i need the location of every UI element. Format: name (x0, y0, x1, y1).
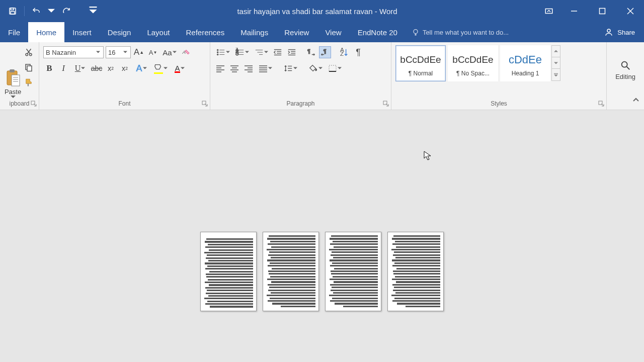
cut-button[interactable] (23, 46, 35, 58)
font-dialog-launcher[interactable] (202, 101, 209, 108)
tab-design[interactable]: Design (100, 22, 139, 42)
superscript-button[interactable]: x2 (119, 62, 131, 74)
text-effects-button[interactable]: A (133, 62, 150, 74)
show-marks-button[interactable]: ¶ (352, 46, 364, 58)
numbering-button[interactable]: 123 (233, 46, 251, 58)
font-size-combo[interactable]: 16 (106, 46, 131, 58)
qat-customize[interactable] (88, 4, 98, 18)
share-label: Share (617, 29, 635, 36)
styles-dialog-launcher[interactable] (598, 101, 605, 108)
italic-button[interactable]: I (57, 62, 69, 74)
tab-home[interactable]: Home (28, 22, 64, 42)
mouse-cursor-icon (424, 151, 432, 161)
undo-dropdown[interactable] (48, 4, 55, 18)
close-button[interactable] (619, 4, 642, 18)
svg-point-9 (414, 30, 418, 34)
tab-references[interactable]: References (178, 22, 232, 42)
tab-layout[interactable]: Layout (139, 22, 178, 42)
borders-button[interactable] (326, 62, 343, 74)
find-button[interactable] (620, 60, 631, 71)
clipboard-dialog-launcher[interactable] (31, 101, 38, 108)
strike-button[interactable]: abc (91, 62, 103, 74)
subscript-button[interactable]: x2 (105, 62, 117, 74)
align-right-button[interactable] (243, 62, 255, 74)
line-spacing-button[interactable] (282, 62, 299, 74)
svg-rect-3 (90, 7, 97, 8)
tell-me[interactable]: Tell me what you want to do... (406, 22, 515, 42)
group-styles: bCcDdEe ¶ Normal bCcDdEe ¶ No Spac... cD… (391, 42, 607, 110)
share-button[interactable]: Share (595, 22, 644, 42)
svg-rect-15 (12, 75, 20, 86)
page-2[interactable] (263, 232, 319, 311)
svg-point-31 (217, 52, 218, 53)
paste-button[interactable]: Paste (4, 44, 22, 99)
bullets-button[interactable] (214, 46, 231, 58)
sort-button[interactable]: AZ (338, 46, 350, 58)
svg-rect-2 (11, 12, 15, 14)
copy-button[interactable] (23, 61, 35, 73)
svg-line-81 (627, 67, 630, 70)
svg-point-19 (26, 53, 28, 56)
decrease-indent-button[interactable] (272, 46, 284, 58)
format-painter-button[interactable] (23, 76, 35, 88)
collapse-ribbon-button[interactable] (631, 95, 641, 105)
font-name-combo[interactable]: B Nazanin (43, 46, 104, 58)
page-1[interactable] (200, 232, 257, 311)
clear-format-button[interactable]: A (180, 46, 192, 58)
style-normal[interactable]: bCcDdEe ¶ Normal (395, 45, 446, 81)
paste-label: Paste (5, 88, 21, 96)
document-canvas[interactable] (0, 110, 644, 362)
ribbon-tabs: File Home Insert Design Layout Reference… (0, 22, 644, 42)
tab-review[interactable]: Review (276, 22, 317, 42)
bold-button[interactable]: B (43, 62, 55, 74)
svg-rect-4 (545, 9, 552, 14)
svg-rect-1 (11, 8, 14, 10)
style-heading-1[interactable]: cDdEe Heading 1 (500, 45, 550, 81)
highlight-button[interactable] (152, 62, 169, 74)
multilevel-list-button[interactable] (253, 46, 270, 58)
style-no-spacing[interactable]: bCcDdEe ¶ No Spac... (448, 45, 498, 81)
align-center-button[interactable] (228, 62, 240, 74)
page-4[interactable] (387, 232, 444, 311)
change-case-button[interactable]: Aa (161, 46, 178, 58)
ribbon: Paste ipboard B Nazanin 16 A▲ A▼ Aa A (0, 42, 644, 110)
minimize-button[interactable] (562, 4, 586, 18)
svg-rect-14 (10, 69, 15, 72)
paragraph-dialog-launcher[interactable] (383, 101, 390, 108)
tell-me-label: Tell me what you want to do... (423, 29, 509, 36)
increase-indent-button[interactable] (286, 46, 298, 58)
svg-point-12 (607, 29, 610, 32)
window-controls (562, 4, 642, 18)
font-color-button[interactable]: A (171, 62, 188, 74)
tab-view[interactable]: View (317, 22, 349, 42)
ribbon-display-button[interactable] (540, 4, 557, 18)
redo-button[interactable] (58, 4, 75, 18)
tab-insert[interactable]: Insert (64, 22, 100, 42)
titlebar: tasir hayajan va shadi bar salamat ravan… (0, 0, 644, 22)
shrink-font-button[interactable]: A▼ (147, 46, 159, 58)
justify-button[interactable] (257, 62, 274, 74)
undo-button[interactable] (28, 4, 45, 18)
align-left-button[interactable] (214, 62, 226, 74)
rtl-button[interactable]: ¶ (319, 46, 331, 58)
style-gallery: bCcDdEe ¶ Normal bCcDdEe ¶ No Spac... cD… (395, 45, 550, 81)
tab-endnote[interactable]: EndNote 20 (350, 22, 406, 42)
svg-rect-25 (28, 83, 29, 86)
page-thumbnails (200, 232, 444, 362)
page-3[interactable] (325, 232, 381, 311)
tab-mailings[interactable]: Mailings (232, 22, 276, 42)
shading-button[interactable] (307, 62, 324, 74)
underline-button[interactable]: U (71, 62, 89, 74)
save-button[interactable] (4, 4, 21, 18)
style-scroll-down[interactable] (552, 57, 560, 69)
style-scroll-up[interactable] (552, 46, 560, 57)
maximize-button[interactable] (591, 4, 614, 18)
group-font: B Nazanin 16 A▲ A▼ Aa A B I U abc x2 x2 … (39, 42, 210, 110)
grow-font-button[interactable]: A▲ (133, 46, 145, 58)
group-clipboard: Paste ipboard (0, 42, 39, 110)
svg-point-29 (217, 49, 218, 51)
svg-text:¶: ¶ (307, 48, 310, 54)
tab-file[interactable]: File (0, 22, 28, 42)
style-expand[interactable] (552, 69, 560, 80)
ltr-button[interactable]: ¶ (305, 46, 317, 58)
